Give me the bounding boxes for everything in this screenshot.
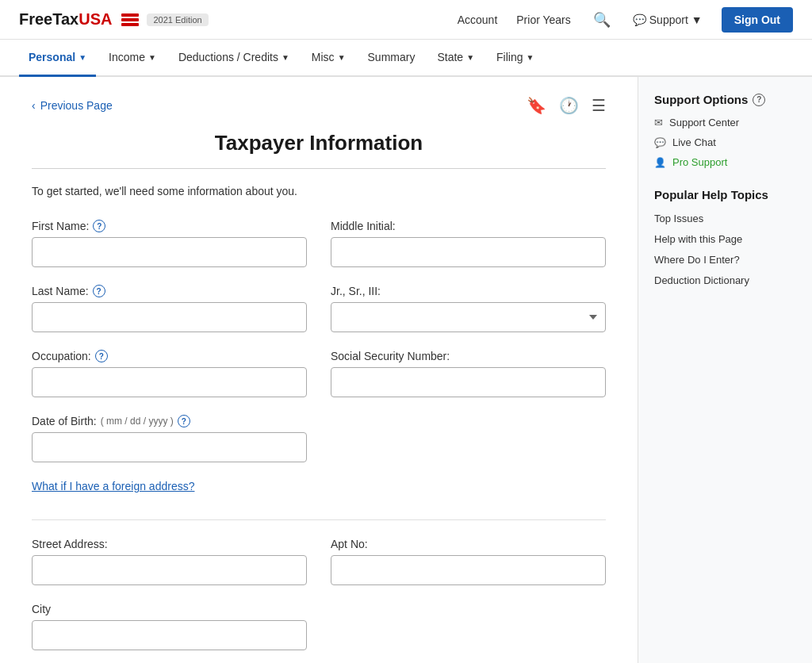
dob-input[interactable] bbox=[32, 432, 307, 462]
occupation-label: Occupation: ? bbox=[32, 350, 307, 362]
pro-support-link[interactable]: Pro Support bbox=[654, 156, 796, 168]
prev-page-bar: ‹ Previous Page 🔖 🕐 ☰ bbox=[32, 96, 606, 115]
page-title: Taxpayer Information bbox=[32, 131, 606, 155]
top-issues-link[interactable]: Top Issues bbox=[654, 213, 703, 224]
middle-initial-label: Middle Initial: bbox=[331, 220, 606, 232]
support-center-link[interactable]: Support Center bbox=[654, 117, 796, 128]
bookmark-button[interactable]: 🔖 bbox=[527, 96, 546, 115]
tab-deductions[interactable]: Deductions / Credits ▼ bbox=[169, 40, 299, 77]
dob-group: Date of Birth: ( mm / dd / yyyy ) ? bbox=[32, 415, 307, 462]
sign-out-button[interactable]: Sign Out bbox=[722, 7, 793, 33]
middle-initial-input[interactable] bbox=[331, 237, 606, 267]
chevron-personal: ▼ bbox=[79, 53, 86, 62]
history-button[interactable]: 🕐 bbox=[559, 96, 579, 115]
popular-topics-title: Popular Help Topics bbox=[654, 188, 796, 201]
tab-summary[interactable]: Summary bbox=[358, 40, 425, 77]
last-name-input[interactable] bbox=[32, 302, 307, 332]
form-row-occupation: Occupation: ? Social Security Number: bbox=[32, 350, 606, 397]
list-item: Deduction Dictionary bbox=[654, 270, 796, 290]
city-input[interactable] bbox=[32, 620, 307, 650]
logo-flag bbox=[121, 13, 139, 26]
help-with-page-link[interactable]: Help with this Page bbox=[654, 233, 742, 245]
page-divider bbox=[32, 168, 606, 169]
suffix-group: Jr., Sr., III: Jr. Sr. III II IV bbox=[331, 285, 606, 332]
header: FreeTaxUSA 2021 Edition Account Prior Ye… bbox=[0, 0, 812, 40]
toolbar-icons: 🔖 🕐 ☰ bbox=[527, 96, 606, 115]
form-row-name: First Name: ? Middle Initial: bbox=[32, 220, 606, 267]
list-item: Help with this Page bbox=[654, 228, 796, 249]
where-do-i-enter-link[interactable]: Where Do I Enter? bbox=[654, 254, 740, 266]
first-name-input[interactable] bbox=[32, 237, 307, 267]
edition-badge: 2021 Edition bbox=[147, 13, 208, 26]
form-row-city: City bbox=[32, 603, 606, 650]
tab-misc[interactable]: Misc ▼ bbox=[302, 40, 355, 77]
last-name-hint-icon[interactable]: ? bbox=[93, 285, 105, 297]
occupation-hint-icon[interactable]: ? bbox=[95, 350, 108, 362]
suffix-select[interactable]: Jr. Sr. III II IV bbox=[331, 302, 606, 332]
support-center-item: Support Center bbox=[654, 113, 796, 132]
list-item: Top Issues bbox=[654, 208, 796, 228]
support-options-hint-icon[interactable]: ? bbox=[753, 94, 765, 106]
pro-support-item: Pro Support bbox=[654, 152, 796, 172]
chevron-income: ▼ bbox=[148, 53, 156, 62]
tab-filing[interactable]: Filing ▼ bbox=[487, 40, 543, 77]
tab-state[interactable]: State ▼ bbox=[427, 40, 484, 77]
previous-page-link[interactable]: ‹ Previous Page bbox=[32, 99, 113, 112]
chevron-misc: ▼ bbox=[338, 53, 346, 62]
tab-income[interactable]: Income ▼ bbox=[99, 40, 166, 77]
form-row-address: Street Address: Apt No: bbox=[32, 538, 606, 585]
dob-label: Date of Birth: ( mm / dd / yyyy ) ? bbox=[32, 415, 307, 427]
chevron-down-icon: ▼ bbox=[691, 13, 703, 26]
list-button[interactable]: ☰ bbox=[592, 96, 606, 115]
support-links: Support Center Live Chat Pro Support bbox=[654, 113, 796, 172]
address-section-divider bbox=[32, 519, 606, 520]
search-button[interactable]: 🔍 bbox=[590, 8, 614, 32]
city-group: City bbox=[32, 603, 307, 650]
person-icon bbox=[654, 156, 666, 168]
chat-icon bbox=[654, 136, 666, 148]
deduction-dictionary-link[interactable]: Deduction Dictionary bbox=[654, 274, 749, 286]
first-name-label: First Name: ? bbox=[32, 220, 307, 232]
apt-no-group: Apt No: bbox=[331, 538, 606, 585]
logo-area: FreeTaxUSA 2021 Edition bbox=[19, 10, 209, 29]
left-chevron-icon: ‹ bbox=[32, 99, 36, 112]
apt-no-input[interactable] bbox=[331, 555, 606, 585]
main-layout: ‹ Previous Page 🔖 🕐 ☰ Taxpayer Informati… bbox=[0, 77, 812, 663]
street-address-label: Street Address: bbox=[32, 538, 307, 550]
sidebar: Support Options ? Support Center Live Ch… bbox=[638, 77, 812, 663]
middle-initial-group: Middle Initial: bbox=[331, 220, 606, 267]
city-label: City bbox=[32, 603, 307, 615]
ssn-input[interactable] bbox=[331, 367, 606, 397]
last-name-label: Last Name: ? bbox=[32, 285, 307, 297]
chevron-filing: ▼ bbox=[527, 53, 534, 62]
first-name-group: First Name: ? bbox=[32, 220, 307, 267]
form-row-dob: Date of Birth: ( mm / dd / yyyy ) ? bbox=[32, 415, 606, 462]
list-item: Where Do I Enter? bbox=[654, 249, 796, 270]
main-nav: Personal ▼ Income ▼ Deductions / Credits… bbox=[0, 40, 812, 77]
form-row-lastname: Last Name: ? Jr., Sr., III: Jr. Sr. III … bbox=[32, 285, 606, 332]
chevron-state: ▼ bbox=[466, 53, 474, 62]
header-nav: Account Prior Years 🔍 💬 Support ▼ Sign O… bbox=[458, 7, 793, 33]
account-link[interactable]: Account bbox=[458, 13, 498, 26]
live-chat-link[interactable]: Live Chat bbox=[654, 136, 796, 148]
ssn-group: Social Security Number: bbox=[331, 350, 606, 397]
occupation-input[interactable] bbox=[32, 367, 307, 397]
chevron-deductions: ▼ bbox=[282, 53, 289, 62]
foreign-address-link[interactable]: What if I have a foreign address? bbox=[32, 480, 194, 492]
dob-hint-icon[interactable]: ? bbox=[178, 415, 190, 427]
suffix-label: Jr., Sr., III: bbox=[331, 285, 606, 297]
last-name-group: Last Name: ? bbox=[32, 285, 307, 332]
page-subtitle: To get started, we'll need some informat… bbox=[32, 185, 606, 197]
support-button[interactable]: 💬 Support ▼ bbox=[633, 13, 703, 26]
prior-years-link[interactable]: Prior Years bbox=[516, 13, 570, 26]
taxpayer-form: First Name: ? Middle Initial: Last Name: bbox=[32, 220, 606, 650]
apt-no-label: Apt No: bbox=[331, 538, 606, 550]
chat-icon: 💬 bbox=[633, 13, 646, 26]
first-name-hint-icon[interactable]: ? bbox=[93, 220, 105, 232]
tab-personal[interactable]: Personal ▼ bbox=[19, 40, 96, 77]
content-area: ‹ Previous Page 🔖 🕐 ☰ Taxpayer Informati… bbox=[0, 77, 638, 663]
popular-topics-list: Top Issues Help with this Page Where Do … bbox=[654, 208, 796, 290]
ssn-label: Social Security Number: bbox=[331, 350, 606, 362]
occupation-group: Occupation: ? bbox=[32, 350, 307, 397]
street-address-input[interactable] bbox=[32, 555, 307, 585]
